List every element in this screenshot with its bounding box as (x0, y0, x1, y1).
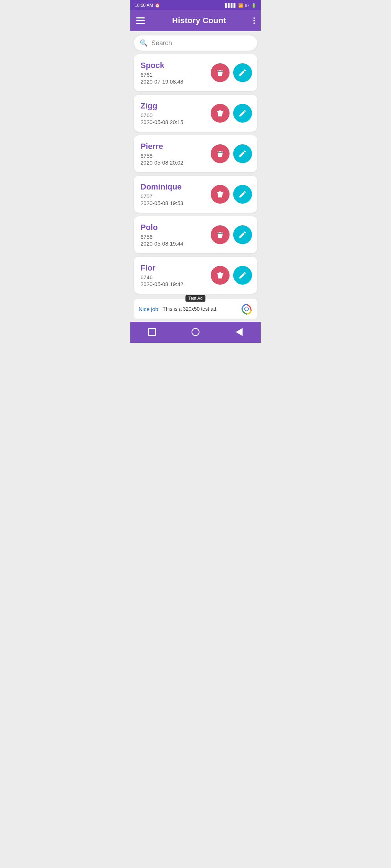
item-actions-2 (211, 144, 252, 163)
delete-button-1[interactable] (211, 104, 230, 123)
item-date-2: 2020-05-08 20:02 (140, 159, 183, 166)
edit-button-3[interactable] (233, 185, 252, 204)
list-item: Flor 6746 2020-05-08 19:42 (134, 257, 257, 294)
item-info-0: Spock 6761 2020-07-19 08:48 (140, 61, 183, 85)
trash-icon (216, 68, 224, 77)
item-info-1: Zigg 6760 2020-05-08 20:15 (140, 101, 183, 125)
item-count-4: 6756 (140, 234, 183, 240)
pencil-icon (238, 68, 247, 77)
item-date-5: 2020-05-08 19:42 (140, 281, 183, 287)
item-name-5: Flor (140, 263, 183, 273)
item-date-0: 2020-07-19 08:48 (140, 78, 183, 85)
ad-description: This is a 320x50 test ad. (163, 306, 238, 312)
pencil-icon (238, 230, 247, 239)
time-text: 10:50 AM (135, 3, 153, 8)
item-date-1: 2020-05-08 20:15 (140, 119, 183, 125)
more-dot-2 (253, 20, 255, 21)
item-actions-3 (211, 185, 252, 204)
item-name-1: Zigg (140, 101, 183, 111)
more-options-button[interactable] (253, 17, 255, 24)
status-time: 10:50 AM ⏰ (135, 3, 160, 8)
trash-icon (216, 190, 224, 199)
list-item: Polo 6756 2020-05-08 19:44 (134, 216, 257, 253)
delete-button-5[interactable] (211, 266, 230, 285)
trash-icon (216, 271, 224, 280)
more-dot-3 (253, 22, 255, 24)
status-icons: ▋▋▋▋ 📶 87 🔋 (225, 3, 256, 8)
trash-icon (216, 149, 224, 158)
history-list: Spock 6761 2020-07-19 08:48 Zigg 6760 20… (130, 54, 261, 294)
item-date-3: 2020-05-08 19:53 (140, 200, 183, 206)
search-icon: 🔍 (140, 39, 148, 47)
hamburger-menu-button[interactable] (136, 17, 145, 24)
delete-button-3[interactable] (211, 185, 230, 204)
hamburger-line-1 (136, 17, 145, 18)
pencil-icon (238, 190, 247, 199)
ad-logo-icon (241, 303, 252, 315)
trash-icon (216, 230, 224, 239)
item-count-2: 6758 (140, 153, 183, 159)
item-count-3: 6757 (140, 193, 183, 199)
battery-text: 87 (245, 3, 249, 8)
delete-button-2[interactable] (211, 144, 230, 163)
ad-nice-text: Nice job! (139, 306, 160, 312)
stop-icon (148, 328, 156, 336)
edit-button-0[interactable] (233, 63, 252, 82)
edit-button-2[interactable] (233, 144, 252, 163)
more-dot-1 (253, 17, 255, 19)
list-item: Dominique 6757 2020-05-08 19:53 (134, 176, 257, 213)
item-name-3: Dominique (140, 182, 183, 192)
delete-button-4[interactable] (211, 225, 230, 244)
item-info-2: Pierre 6758 2020-05-08 20:02 (140, 142, 183, 166)
item-date-4: 2020-05-08 19:44 (140, 241, 183, 247)
search-bar[interactable]: 🔍 (134, 35, 257, 51)
pencil-icon (238, 271, 247, 280)
edit-button-4[interactable] (233, 225, 252, 244)
ad-banner: Test Ad Nice job! This is a 320x50 test … (134, 299, 257, 319)
pencil-icon (238, 149, 247, 158)
item-actions-1 (211, 104, 252, 123)
item-name-2: Pierre (140, 142, 183, 151)
nav-back-button[interactable] (232, 326, 245, 339)
item-info-3: Dominique 6757 2020-05-08 19:53 (140, 182, 183, 206)
page-title: History Count (172, 16, 226, 25)
nav-stop-button[interactable] (146, 326, 159, 339)
nav-home-button[interactable] (189, 326, 202, 339)
list-item: Pierre 6758 2020-05-08 20:02 (134, 135, 257, 172)
list-item: Spock 6761 2020-07-19 08:48 (134, 54, 257, 91)
svg-point-1 (245, 307, 249, 311)
list-item: Zigg 6760 2020-05-08 20:15 (134, 95, 257, 132)
signal-icon: ▋▋▋▋ (225, 3, 236, 8)
item-actions-4 (211, 225, 252, 244)
trash-icon (216, 109, 224, 118)
edit-button-5[interactable] (233, 266, 252, 285)
battery-icon: 🔋 (251, 3, 256, 8)
item-actions-0 (211, 63, 252, 82)
pencil-icon (238, 109, 247, 118)
item-info-5: Flor 6746 2020-05-08 19:42 (140, 263, 183, 287)
item-count-1: 6760 (140, 112, 183, 118)
hamburger-line-3 (136, 23, 145, 24)
item-info-4: Polo 6756 2020-05-08 19:44 (140, 223, 183, 247)
wifi-icon: 📶 (238, 3, 243, 8)
back-icon (236, 328, 243, 336)
hamburger-line-2 (136, 20, 145, 21)
item-count-5: 6746 (140, 274, 183, 280)
edit-button-1[interactable] (233, 104, 252, 123)
status-bar: 10:50 AM ⏰ ▋▋▋▋ 📶 87 🔋 (130, 0, 261, 10)
delete-button-0[interactable] (211, 63, 230, 82)
item-count-0: 6761 (140, 72, 183, 78)
ad-label: Test Ad (185, 295, 205, 302)
search-input[interactable] (151, 39, 251, 47)
item-name-0: Spock (140, 61, 183, 70)
alarm-icon: ⏰ (155, 3, 160, 8)
app-bar: History Count (130, 10, 261, 31)
item-name-4: Polo (140, 223, 183, 232)
home-icon (192, 328, 199, 336)
nav-bar (130, 322, 261, 343)
item-actions-5 (211, 266, 252, 285)
